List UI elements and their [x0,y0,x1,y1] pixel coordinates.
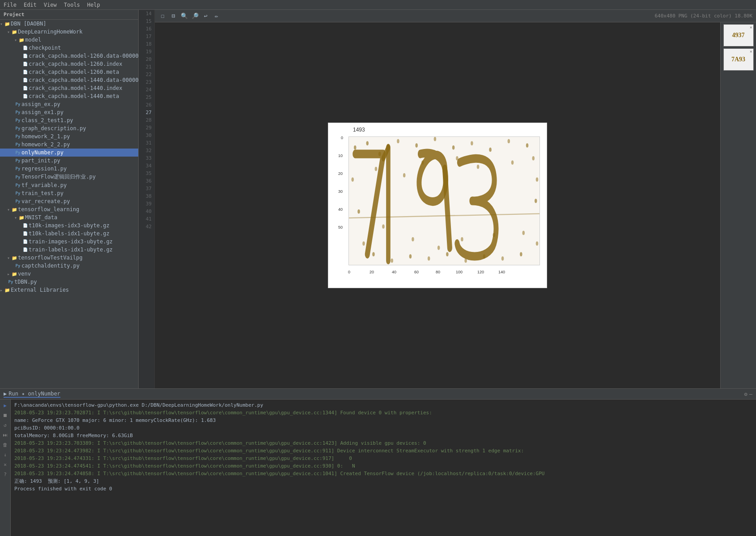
tree-item-mnist_data[interactable]: ▾📁MNIST_data [0,213,138,221]
captcha-plot: 1493 0 10 20 30 40 50 0 20 40 [328,123,547,288]
tree-item-deeplearning[interactable]: ▾📁DeepLearningHomeWork [0,28,138,36]
editor-container: ☐ ⊟ 🔍 🔎 ↩ ✏ 640x480 PNG (24-bit color) 1… [155,10,756,388]
tree-item-homework_2_1[interactable]: Pyhomework_2_1.py [0,132,138,140]
line-numbers-panel: 1415161718192021222324252627282930313233… [139,10,155,388]
tree-item-onlyNumber[interactable]: PyonlyNumber.py [0,149,138,157]
tree-item-regression1[interactable]: Pyregression1.py [0,165,138,173]
editor-main: 1493 0 10 20 30 40 50 0 20 40 [155,22,720,388]
x-label-100: 100 [456,270,463,274]
menu-tools[interactable]: Tools [64,2,80,8]
tree-label: captchaldentity.py [21,263,80,269]
line-number-41: 41 [139,215,154,223]
y-label-0: 0 [341,136,343,140]
tree-item-tensorflowTestVailpg[interactable]: ▾📁tensorflowTestVailpg [0,254,138,262]
minimize-icon[interactable]: – [749,391,752,397]
tree-label: onlyNumber.py [21,149,64,156]
svg-point-22 [501,256,504,261]
tree-item-captchaldentity[interactable]: Pycaptchaldentity.py [0,262,138,270]
tree-item-var_recreate[interactable]: Pyvar_recreate.py [0,197,138,205]
bottom-right-controls: ⚙ – [744,391,752,397]
svg-point-3 [397,139,399,144]
help-side-icon[interactable]: ? [1,470,9,478]
folder-icon: 📁 [11,28,18,35]
tree-item-crack1260meta[interactable]: 📄crack_capcha.model-1260.meta [0,68,138,76]
tree-item-crack1260data[interactable]: 📄crack_capcha.model-1260.data-00000-of-0… [0,52,138,60]
edit-icon[interactable]: ✏ [212,12,221,21]
line-number-18: 18 [139,40,154,48]
line-number-21: 21 [139,63,154,71]
run-tab[interactable]: ▶ Run ✦ onlyNumber [4,391,60,398]
line-number-24: 24 [139,86,154,94]
file-tree: ▾📁DBN [DAOBN]▾📁DeepLearningHomeWork▾📁mod… [0,20,138,294]
tree-item-crack1440meta[interactable]: 📄crack_capcha.model-1440.meta [0,92,138,100]
tree-item-tdbn[interactable]: PytDBN.py [0,278,138,286]
tree-label: var_recreate.py [21,198,70,204]
reset-zoom-icon[interactable]: ↩ [201,12,210,21]
thumbnail-close-2[interactable]: ✕ [750,49,752,54]
folder-icon: 📁 [11,206,18,213]
tree-item-train_images[interactable]: 📄train-images-idx3-ubyte.gz [0,238,138,246]
file-icon: 📄 [21,238,29,245]
run-side-icon[interactable]: ▶ [1,401,9,409]
plot-area [348,136,540,265]
skip-side-icon[interactable]: ⏭ [1,431,9,439]
tree-item-homework_2_2[interactable]: Pyhomework_2_2.py [0,140,138,149]
tree-item-crack1440index[interactable]: 📄crack_capcha.model-1440.index [0,84,138,92]
tree-item-part_init[interactable]: Pypart_init.py [0,157,138,165]
console-line: name: GeForce GTX 1070 major: 6 minor: 1… [14,417,752,424]
rerun-side-icon[interactable]: ↺ [1,421,9,429]
sidebar: Project ▾📁DBN [DAOBN]▾📁DeepLearningHomeW… [0,10,139,388]
file-icon: 📄 [21,44,29,51]
menu-file[interactable]: File [4,2,17,8]
tree-item-model[interactable]: ▾📁model [0,36,138,44]
tree-item-checkpoint[interactable]: 📄checkpoint [0,44,138,52]
zoom-out-icon[interactable]: 🔎 [191,12,200,21]
line-number-14: 14 [139,10,154,17]
run-icon: ▶ [4,391,7,397]
tree-label: crack_capcha.model-1260.data-00000-of-00… [29,53,138,59]
zoom-in-icon[interactable]: 🔍 [180,12,189,21]
scroll-down-icon[interactable]: ↓ [1,451,9,459]
tree-item-graph_description[interactable]: Pygraph_description.py [0,124,138,132]
tree-item-dbn[interactable]: ▾📁DBN [DAOBN] [0,20,138,28]
tree-item-crack1260index[interactable]: 📄crack_capcha.model-1260.index [0,60,138,68]
folder-arrow-open: ▾ [14,215,17,220]
tree-item-assign_ex1[interactable]: Pyassign_ex1.py [0,108,138,116]
menu-view[interactable]: View [44,2,57,8]
close-console-icon[interactable]: ✕ [1,460,9,468]
tree-item-tensorflow_logic[interactable]: PyTensorFlow逻辑回归作业.py [0,173,138,181]
tree-item-t10k_images[interactable]: 📄t10k-images-idx3-ubyte.gz [0,221,138,230]
menu-help[interactable]: Help [87,2,100,8]
thumbnail-2[interactable]: ✕ 7A93 [723,48,754,71]
clear-side-icon[interactable]: 🗑 [1,441,9,449]
tree-item-class_2_test1[interactable]: Pyclass_2_test1.py [0,116,138,124]
tree-label: DBN [DAOBN] [11,21,46,27]
stop-side-icon[interactable]: ⏹ [1,411,9,419]
tree-item-t10k_labels[interactable]: 📄t10k-labels-idx1-ubyte.gz [0,230,138,238]
tree-label: MNIST_data [25,214,57,221]
grid-icon[interactable]: ⊟ [169,12,178,21]
line-number-42: 42 [139,223,154,230]
tree-item-tf_variable[interactable]: Pytf_variable.py [0,181,138,189]
tree-item-train_labels[interactable]: 📄train-labels-idx1-ubyte.gz [0,246,138,254]
folder-icon: 📁 [4,286,11,294]
x-label-120: 120 [477,270,484,274]
svg-point-24 [536,242,538,246]
tree-item-crack1440data[interactable]: 📄crack_capcha.model-1440.data-00000-of-0… [0,76,138,84]
settings-icon[interactable]: ⚙ [744,391,748,397]
file-info: 640x480 PNG (24-bit color) 18.80K [654,13,752,19]
console-line: 2018-05-23 19:23:24.474858: I T:\src\git… [14,470,752,477]
tree-item-venv[interactable]: ▸📁venv [0,270,138,278]
tree-label: homework_2_2.py [21,141,70,148]
folder-arrow-open: ▾ [7,255,10,260]
thumbnail-1[interactable]: ✕ 4937 [723,24,754,47]
menu-edit[interactable]: Edit [24,2,37,8]
tree-item-tensorflow_learning[interactable]: ▾📁tensorflow_learning [0,205,138,213]
tree-item-assign_ex[interactable]: Pyassign_ex.py [0,100,138,108]
toggle-layout-icon[interactable]: ☐ [158,12,167,21]
tree-label: checkpoint [29,45,61,51]
svg-point-29 [403,173,405,178]
tree-item-train_test[interactable]: Pytrain_test.py [0,189,138,197]
tree-item-external_libs[interactable]: ▸📁External Libraries [0,286,138,294]
thumbnail-close-1[interactable]: ✕ [750,25,752,30]
